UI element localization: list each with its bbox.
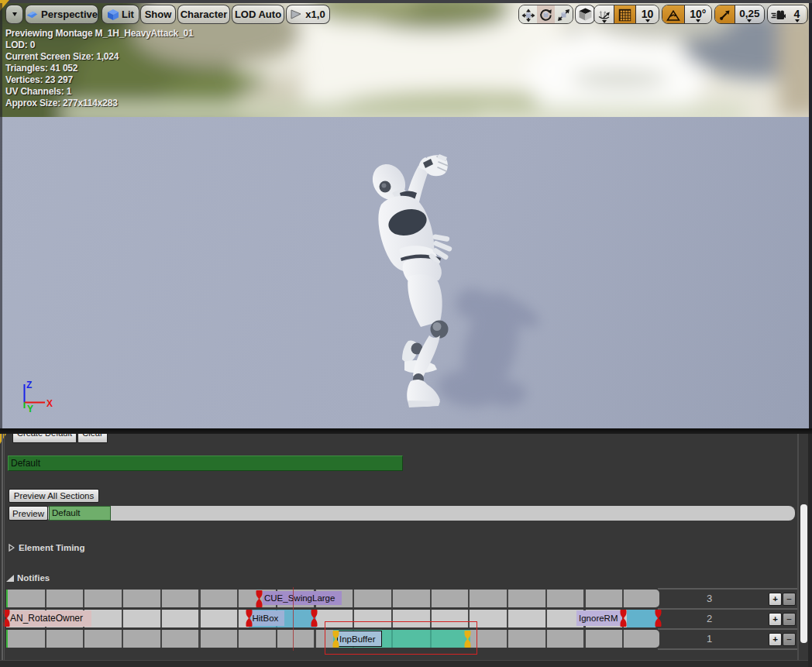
svg-text:X: X [46,398,53,409]
svg-text:Y: Y [27,404,33,414]
svg-text:Z: Z [26,380,32,390]
